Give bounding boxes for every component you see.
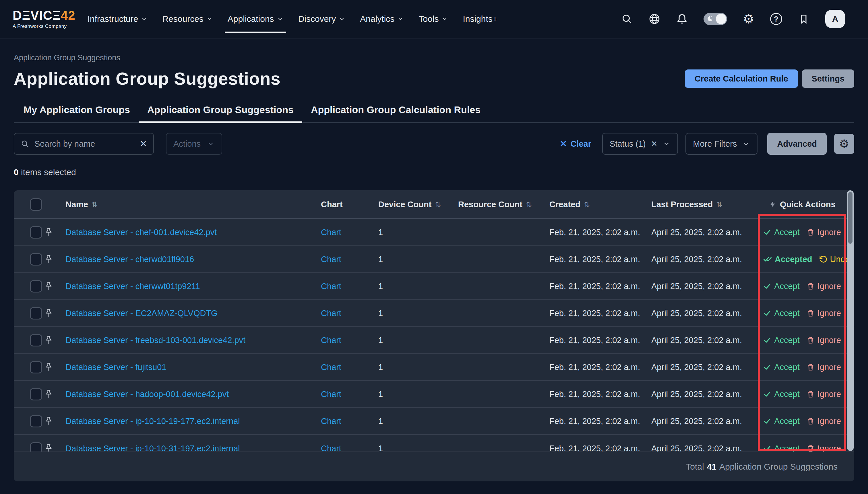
selection-summary: 0 items selected (14, 167, 854, 177)
chart-link[interactable]: Chart (321, 417, 341, 426)
search-input-wrapper: ✕ (14, 133, 154, 155)
user-avatar[interactable]: A (825, 10, 845, 28)
advanced-button[interactable]: Advanced (767, 133, 827, 155)
suggestion-name-link[interactable]: Database Server - fujitsu01 (65, 363, 166, 372)
more-filters-dropdown[interactable]: More Filters (686, 133, 757, 155)
ignore-button[interactable]: Ignore (807, 390, 841, 399)
chevron-down-icon (339, 16, 345, 22)
device42-logo[interactable]: DΞVICΞ42 A Freshworks Company (13, 9, 76, 29)
suggestion-name-link[interactable]: Database Server - cherwwt01tp9211 (65, 282, 200, 291)
chart-link[interactable]: Chart (321, 444, 341, 452)
chart-link[interactable]: Chart (321, 390, 341, 399)
ignore-button[interactable]: Ignore (807, 308, 841, 318)
accept-button[interactable]: Accept (763, 417, 800, 426)
dark-mode-toggle[interactable] (703, 13, 727, 25)
logo-subtitle: A Freshworks Company (13, 24, 76, 29)
pin-icon[interactable] (44, 308, 54, 318)
pin-icon[interactable] (44, 281, 54, 291)
bookmark-icon[interactable] (798, 13, 810, 25)
actions-dropdown[interactable]: Actions (166, 133, 222, 155)
gear-icon: ⚙ (839, 138, 849, 150)
sort-icon[interactable]: ⇅ (92, 201, 98, 209)
sort-icon[interactable]: ⇅ (584, 201, 590, 209)
pin-icon[interactable] (44, 227, 54, 238)
nav-item-discovery[interactable]: Discovery (298, 12, 346, 25)
chart-link[interactable]: Chart (321, 308, 341, 318)
remove-status-filter-icon[interactable]: ✕ (651, 140, 658, 148)
ignore-button[interactable]: Ignore (807, 363, 841, 372)
table-row: Database Server - ip-10-10-19-177.ec2.in… (14, 408, 854, 435)
nav-item-tools[interactable]: Tools (418, 12, 448, 25)
accept-button[interactable]: Accept (763, 228, 800, 237)
suggestion-name-link[interactable]: Database Server - hadoop-001.device42.pv… (65, 390, 229, 399)
help-icon[interactable]: ? (770, 13, 782, 25)
tab-application-group-calculation-rules[interactable]: Application Group Calculation Rules (302, 104, 489, 122)
suggestion-name-link[interactable]: Database Server - freebsd-103-001.device… (65, 336, 246, 345)
suggestion-name-link[interactable]: Database Server - ip-10-10-19-177.ec2.in… (65, 417, 240, 426)
accept-button[interactable]: Accept (763, 363, 800, 372)
double-check-icon (763, 255, 772, 264)
accept-button[interactable]: Accept (763, 336, 800, 345)
suggestion-name-link[interactable]: Database Server - chef-001.device42.pvt (65, 228, 217, 237)
sort-icon[interactable]: ⇅ (435, 201, 441, 209)
pin-icon[interactable] (44, 443, 54, 452)
sort-icon[interactable]: ⇅ (716, 201, 722, 209)
accept-button[interactable]: Accept (763, 282, 800, 291)
chevron-down-icon (397, 16, 404, 22)
accept-button[interactable]: Accept (763, 444, 800, 452)
pin-icon[interactable] (44, 416, 54, 426)
ignore-button[interactable]: Ignore (807, 228, 841, 237)
breadcrumb: Application Group Suggestions (14, 53, 854, 62)
search-icon[interactable] (621, 13, 633, 25)
globe-icon[interactable] (649, 13, 660, 25)
vertical-scrollbar[interactable] (847, 190, 854, 451)
check-icon (763, 309, 771, 317)
chart-link[interactable]: Chart (321, 282, 341, 291)
tab-my-application-groups[interactable]: My Application Groups (14, 104, 139, 122)
create-calculation-rule-button[interactable]: Create Calculation Rule (685, 70, 798, 88)
chart-link[interactable]: Chart (321, 254, 341, 264)
clear-search-icon[interactable]: ✕ (140, 139, 147, 148)
chart-link[interactable]: Chart (321, 228, 341, 237)
settings-button[interactable]: Settings (802, 70, 854, 88)
last-processed-date: April 25, 2025, 2:02 a.m. (645, 363, 763, 372)
gear-icon[interactable]: ⚙ (742, 13, 755, 25)
nav-item-resources[interactable]: Resources (161, 12, 213, 25)
ignore-button[interactable]: Ignore (807, 282, 841, 291)
table-row: Database Server - EC2AMAZ-QLVQDTG Chart … (14, 300, 854, 327)
chart-link[interactable]: Chart (321, 363, 341, 372)
scrollbar-thumb[interactable] (848, 192, 852, 244)
ignore-button[interactable]: Ignore (807, 444, 841, 452)
tab-application-group-suggestions[interactable]: Application Group Suggestions (139, 104, 302, 122)
suggestion-name-link[interactable]: Database Server - ip-10-10-31-197.ec2.in… (65, 444, 240, 452)
pin-icon[interactable] (44, 335, 54, 345)
chart-link[interactable]: Chart (321, 336, 341, 345)
trash-icon (807, 444, 815, 452)
pin-icon[interactable] (44, 254, 54, 264)
created-date: Feb. 21, 2025, 2:02 a.m. (543, 308, 645, 318)
clear-filters-button[interactable]: ✕ Clear (560, 139, 591, 149)
select-all-checkbox[interactable] (30, 198, 42, 211)
last-processed-date: April 25, 2025, 2:02 a.m. (645, 254, 763, 264)
suggestion-name-link[interactable]: Database Server - EC2AMAZ-QLVQDTG (65, 308, 217, 318)
notifications-bell-icon[interactable] (676, 13, 688, 25)
accept-button[interactable]: Accept (763, 390, 800, 399)
nav-item-applications[interactable]: Applications (227, 12, 284, 25)
table-settings-gear-button[interactable]: ⚙ (834, 134, 854, 154)
table-row: Database Server - freebsd-103-001.device… (14, 327, 854, 354)
chevron-down-icon (207, 140, 215, 148)
suggestion-name-link[interactable]: Database Server - cherwd01fl9016 (65, 254, 194, 264)
nav-item-insights-[interactable]: Insights+ (462, 12, 498, 25)
nav-item-infrastructure[interactable]: Infrastructure (87, 12, 148, 25)
ignore-button[interactable]: Ignore (807, 417, 841, 426)
search-input[interactable] (35, 139, 135, 149)
status-filter-chip[interactable]: Status (1) ✕ (602, 133, 678, 155)
ignore-button[interactable]: Ignore (807, 336, 841, 345)
accept-button[interactable]: Accept (763, 308, 800, 318)
pin-icon[interactable] (44, 389, 54, 399)
undo-button[interactable]: Undo (819, 254, 850, 264)
pin-icon[interactable] (44, 362, 54, 372)
nav-item-analytics[interactable]: Analytics (359, 12, 404, 25)
total-count: 41 (707, 462, 716, 472)
sort-icon[interactable]: ⇅ (526, 201, 532, 209)
